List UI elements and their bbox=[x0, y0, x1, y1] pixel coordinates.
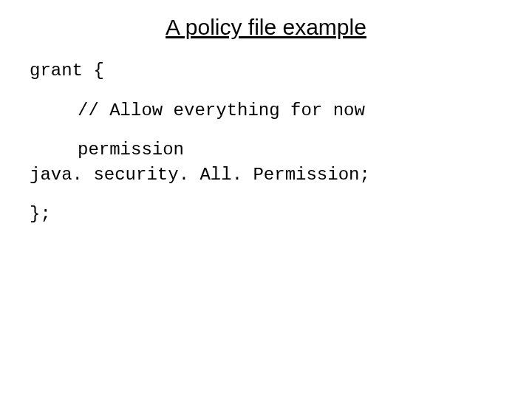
slide-title: A policy file example bbox=[0, 15, 532, 40]
code-line-class: java. security. All. Permission; bbox=[30, 163, 532, 188]
code-line-grant: grant { bbox=[30, 58, 532, 83]
code-block: grant { // Allow everything for now perm… bbox=[0, 58, 532, 227]
code-line-close: }; bbox=[30, 202, 532, 227]
code-line-permission: permission bbox=[30, 137, 532, 163]
code-line-comment: // Allow everything for now bbox=[30, 98, 532, 123]
